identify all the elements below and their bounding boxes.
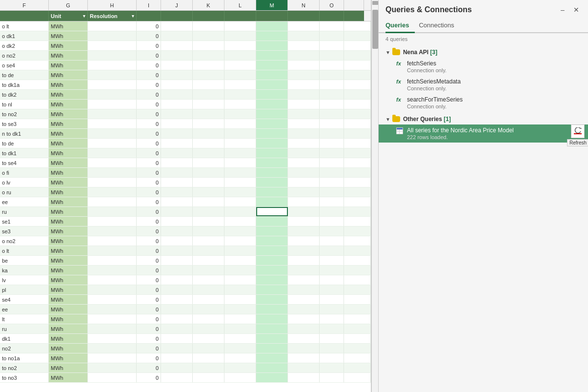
table-row[interactable]: to dk2 MWh 0 xyxy=(0,90,371,100)
svg-rect-1 xyxy=(397,128,403,129)
table-row[interactable]: to de MWh 0 xyxy=(0,70,371,80)
query-group-other: ▼ Other Queries [1] xyxy=(379,114,588,143)
tab-queries[interactable]: Queries xyxy=(385,19,415,33)
cell-f: ee xyxy=(0,305,49,314)
resolution-dropdown-icon[interactable]: ▾ xyxy=(132,14,134,19)
unit-column-header[interactable]: Unit ▾ xyxy=(49,11,88,21)
table-row[interactable]: ru MWh 0 xyxy=(0,324,371,334)
query-item-searchfortimeseries[interactable]: fx searchForTimeSeries Connection only. xyxy=(379,94,588,112)
scrollbar-thumb[interactable] xyxy=(372,10,378,49)
cell-l xyxy=(224,139,256,148)
cell-extra xyxy=(344,266,371,275)
unit-dropdown-icon[interactable]: ▾ xyxy=(83,14,85,19)
cell-k xyxy=(193,236,224,246)
cell-f: to no1a xyxy=(0,353,49,363)
cell-extra xyxy=(344,217,371,226)
cell-f: se3 xyxy=(0,227,49,236)
cell-l xyxy=(224,295,256,304)
table-row[interactable]: to no2 MWh 0 xyxy=(0,109,371,119)
cell-unit: MWh xyxy=(49,363,88,372)
cell-extra xyxy=(344,324,371,333)
table-row[interactable]: lt MWh 0 xyxy=(0,314,371,324)
table-row[interactable]: ee MWh 0 xyxy=(0,197,371,207)
cell-i: 0 xyxy=(137,246,161,255)
table-row[interactable]: to se4 MWh 0 xyxy=(0,158,371,168)
table-row[interactable]: se3 MWh 0 xyxy=(0,227,371,236)
table-row[interactable]: se1 MWh 0 xyxy=(0,217,371,227)
cell-unit: MWh xyxy=(49,266,88,275)
table-row[interactable]: be MWh 0 xyxy=(0,256,371,266)
table-row[interactable]: o se4 MWh 0 xyxy=(0,61,371,70)
cell-l xyxy=(224,314,256,324)
table-row[interactable]: o ru MWh 0 xyxy=(0,187,371,197)
col-header-i: I xyxy=(137,0,161,10)
cell-m xyxy=(256,21,288,31)
tab-connections[interactable]: Connections xyxy=(419,19,460,33)
table-row[interactable]: ee MWh 0 xyxy=(0,305,371,314)
refresh-button[interactable] xyxy=(571,124,585,138)
query-item-all-series[interactable]: All series for the Nordic Area Price Mod… xyxy=(379,124,588,143)
query-info-3: searchForTimeSeries Connection only. xyxy=(407,96,581,109)
table-row[interactable]: to no2 MWh 0 xyxy=(0,363,371,373)
col-i-header-blank xyxy=(137,11,161,21)
table-row[interactable]: to de MWh 0 xyxy=(0,139,371,148)
cell-f: n to dk1 xyxy=(0,129,49,138)
cell-m xyxy=(256,227,288,236)
table-row[interactable]: o lt MWh 0 xyxy=(0,246,371,256)
table-row[interactable]: o lt MWh 0 xyxy=(0,21,371,31)
table-row[interactable]: o lv MWh 0 xyxy=(0,178,371,187)
table-row[interactable]: to dk1 MWh 0 xyxy=(0,148,371,158)
table-row[interactable]: dk1 MWh 0 xyxy=(0,334,371,344)
table-row[interactable]: no2 MWh 0 xyxy=(0,344,371,353)
cell-resolution xyxy=(88,100,137,109)
query-item-fetchseriesmetadata[interactable]: fx fetchSeriesMetadata Connection only. xyxy=(379,76,588,94)
cell-m[interactable] xyxy=(256,207,288,216)
cell-unit: MWh xyxy=(49,295,88,304)
cell-m xyxy=(256,373,288,382)
table-row[interactable]: o dk2 MWh 0 xyxy=(0,41,371,51)
cell-i: 0 xyxy=(137,344,161,353)
table-row[interactable]: ka MWh 0 xyxy=(0,266,371,275)
table-row[interactable]: lv MWh 0 xyxy=(0,275,371,285)
panel-title: Queries & Connections xyxy=(385,5,472,14)
table-row[interactable]: o fi MWh 0 xyxy=(0,168,371,178)
cell-n xyxy=(288,168,320,177)
cell-f: se1 xyxy=(0,217,49,226)
cell-n xyxy=(288,197,320,206)
cell-j xyxy=(161,295,193,304)
table-row[interactable]: to se3 MWh 0 xyxy=(0,119,371,129)
vertical-scrollbar[interactable] xyxy=(371,0,378,392)
table-row[interactable]: ru MWh 0 xyxy=(0,207,371,217)
close-panel-button[interactable]: ✕ xyxy=(571,5,581,15)
cell-k xyxy=(193,109,224,119)
table-row[interactable]: to nl MWh 0 xyxy=(0,100,371,109)
cell-o xyxy=(320,373,344,382)
cell-n xyxy=(288,178,320,187)
group-collapse-arrow: ▼ xyxy=(385,50,390,55)
table-row[interactable]: to no3 MWh 0 xyxy=(0,373,371,383)
cell-m xyxy=(256,100,288,109)
table-row[interactable]: o dk1 MWh 0 xyxy=(0,31,371,41)
minimize-panel-button[interactable]: – xyxy=(558,5,568,15)
table-row[interactable]: pl MWh 0 xyxy=(0,285,371,295)
table-row[interactable]: to no1a MWh 0 xyxy=(0,353,371,363)
table-row[interactable]: n to dk1 MWh 0 xyxy=(0,129,371,139)
table-row[interactable]: se4 MWh 0 xyxy=(0,295,371,305)
cell-j xyxy=(161,129,193,138)
resolution-column-header[interactable]: Resolution ▾ xyxy=(88,11,137,21)
table-row[interactable]: o no2 MWh 0 xyxy=(0,51,371,61)
cell-i: 0 xyxy=(137,275,161,285)
cell-o xyxy=(320,275,344,285)
query-group-other-header[interactable]: ▼ Other Queries [1] xyxy=(379,114,588,124)
cell-resolution xyxy=(88,207,137,216)
cell-unit: MWh xyxy=(49,285,88,294)
cell-m xyxy=(256,61,288,70)
cell-n xyxy=(288,275,320,285)
query-group-nena-api-header[interactable]: ▼ Nena API [3] xyxy=(379,47,588,58)
cell-k xyxy=(193,197,224,206)
table-row[interactable]: o no2 MWh 0 xyxy=(0,236,371,246)
cell-unit: MWh xyxy=(49,324,88,333)
table-row[interactable]: to dk1a MWh 0 xyxy=(0,80,371,90)
query-item-fetchseries[interactable]: fx fetchSeries Connection only. xyxy=(379,58,588,76)
cell-extra xyxy=(344,80,371,89)
